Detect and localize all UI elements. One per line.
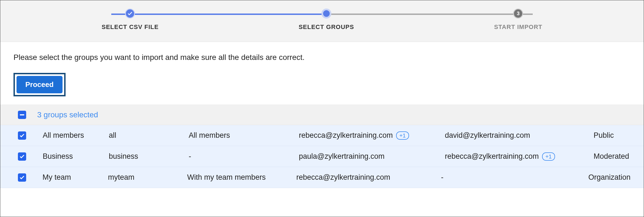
row-checkbox[interactable] <box>18 173 26 182</box>
group-email-1: rebecca@zylkertraining.com <box>296 173 390 182</box>
step-1: SELECT CSV FILE <box>102 9 159 31</box>
step-3: 3 START IMPORT <box>494 9 542 31</box>
step-1-label: SELECT CSV FILE <box>102 23 159 31</box>
row-checkbox[interactable] <box>18 152 26 161</box>
group-type: Organization <box>588 173 631 182</box>
check-icon <box>20 134 25 137</box>
select-all-checkbox[interactable] <box>18 111 26 119</box>
selected-count: 3 groups selected <box>37 110 98 119</box>
proceed-highlight: Proceed <box>13 73 66 96</box>
group-alias: myteam <box>108 173 187 182</box>
stepper-container: SELECT CSV FILE SELECT GROUPS 3 START IM… <box>0 0 644 42</box>
table-header-row: 3 groups selected <box>0 105 644 125</box>
group-email-2: rebecca@zylkertraining.com <box>445 152 539 161</box>
group-type: Moderated <box>594 152 631 161</box>
step-2-label: SELECT GROUPS <box>299 23 354 31</box>
instruction-text: Please select the groups you want to imp… <box>13 53 631 62</box>
check-icon <box>20 176 25 179</box>
group-description: - <box>189 152 299 161</box>
group-alias: business <box>109 152 189 161</box>
groups-table: 3 groups selected All members all All me… <box>0 105 644 188</box>
group-name: Business <box>40 152 109 161</box>
step-2: SELECT GROUPS <box>299 9 354 31</box>
proceed-button[interactable]: Proceed <box>17 76 63 93</box>
content-area: Please select the groups you want to imp… <box>0 42 644 188</box>
stepper: SELECT CSV FILE SELECT GROUPS 3 START IM… <box>96 9 548 31</box>
group-description: With my team members <box>187 173 296 182</box>
more-badge[interactable]: +1 <box>542 152 555 161</box>
more-badge[interactable]: +1 <box>396 131 409 140</box>
group-name: My team <box>40 173 108 182</box>
group-description: All members <box>189 131 299 140</box>
check-icon <box>128 12 132 15</box>
group-email-1: rebecca@zylkertraining.com <box>299 131 393 140</box>
step-3-number: 3 <box>517 11 519 17</box>
table-row: My team myteam With my team members rebe… <box>0 167 644 188</box>
table-row: Business business - paula@zylkertraining… <box>0 146 644 167</box>
group-email-2: david@zylkertraining.com <box>445 131 530 140</box>
step-3-circle: 3 <box>513 9 523 18</box>
check-icon <box>20 155 25 158</box>
step-2-circle <box>321 9 331 18</box>
step-1-circle <box>125 9 135 18</box>
group-type: Public <box>594 131 631 140</box>
row-checkbox[interactable] <box>18 131 26 140</box>
group-alias: all <box>109 131 189 140</box>
group-email-2: - <box>441 173 443 182</box>
group-name: All members <box>40 131 109 140</box>
step-3-label: START IMPORT <box>494 23 542 31</box>
table-row: All members all All members rebecca@zylk… <box>0 125 644 146</box>
group-email-1: paula@zylkertraining.com <box>299 152 385 161</box>
